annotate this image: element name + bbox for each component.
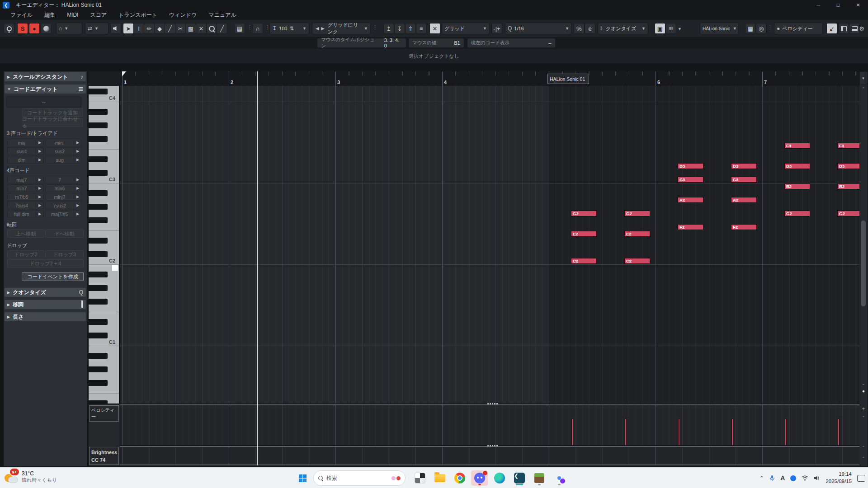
loop-icon[interactable]: ∩ bbox=[252, 23, 263, 34]
zoom-slider-dot[interactable]: ● bbox=[859, 389, 868, 394]
midi-note-F2[interactable]: F2 bbox=[678, 224, 703, 230]
info-field[interactable]: 現在のコード表示-- bbox=[467, 38, 555, 47]
project-cursor[interactable] bbox=[257, 71, 258, 465]
midi-note-E2[interactable]: E2 bbox=[571, 231, 597, 237]
lane-scroll-up-icon[interactable]: ⌃ bbox=[859, 416, 868, 420]
trim-tool-icon[interactable]: I bbox=[133, 23, 144, 34]
midi-note-G2[interactable]: G2 bbox=[571, 211, 597, 216]
mute-tool-icon[interactable]: ✕ bbox=[196, 23, 207, 34]
section-chord-edit[interactable]: ▼ コードエディット bbox=[5, 84, 86, 94]
speaker-icon[interactable] bbox=[110, 23, 121, 34]
midi-connector-icon[interactable]: ◎ bbox=[756, 23, 767, 34]
tetrad-chord-button-maj75[interactable]: maj7/#5▶ bbox=[45, 210, 82, 218]
tetrad-chord-button-min7[interactable]: min7▶ bbox=[7, 184, 44, 192]
move-down-button[interactable]: 下へ移動 bbox=[45, 230, 84, 238]
piano-key-A#0[interactable] bbox=[89, 353, 108, 359]
left-zone-icon[interactable] bbox=[838, 23, 849, 34]
line-tool-icon[interactable]: ╱ bbox=[217, 23, 227, 34]
midi-note-C3[interactable]: C3 bbox=[678, 177, 703, 183]
midi-note-D3[interactable]: D3 bbox=[784, 163, 810, 169]
piano-key-A#1[interactable] bbox=[89, 272, 108, 277]
length-quantize-dropdown[interactable]: L クオンタイズ ▼ bbox=[598, 23, 648, 34]
piano-key-F#0[interactable] bbox=[89, 380, 108, 386]
iterative-quantize-icon[interactable]: e bbox=[585, 23, 595, 34]
clock[interactable]: 19:14 2025/09/15 bbox=[826, 471, 852, 485]
event-colors-dropdown[interactable]: ● ベロシティー bbox=[774, 23, 823, 34]
tetrad-chord-button-min6[interactable]: min6▶ bbox=[45, 184, 82, 192]
velocity-stem[interactable] bbox=[731, 419, 733, 445]
scroll-down-icon[interactable]: ⌄ bbox=[859, 381, 868, 386]
create-chord-event-button[interactable]: コードイベントを作成 bbox=[22, 272, 84, 281]
length-link-grid-dropdown[interactable]: ◄► グリッドにリンク ▼ bbox=[312, 23, 371, 34]
piano-key-G#3[interactable] bbox=[89, 122, 108, 128]
piano-key-D#3[interactable] bbox=[89, 156, 108, 162]
midi-note-D3[interactable]: D3 bbox=[731, 163, 757, 169]
acoustic-feedback-icon[interactable] bbox=[41, 23, 52, 34]
tetrad-chord-button-fulldim[interactable]: full dim▶ bbox=[7, 210, 44, 218]
piano-key-D#2[interactable] bbox=[89, 238, 108, 244]
add-controller-lane-button[interactable]: + bbox=[859, 406, 868, 412]
open-in-lower-zone-icon[interactable]: ↙ bbox=[826, 23, 837, 34]
chord-play-icon[interactable]: ▶ bbox=[36, 141, 43, 145]
ime-mode-indicator[interactable]: A bbox=[780, 474, 785, 482]
vertical-scrollbar-thumb[interactable] bbox=[861, 221, 866, 306]
search-input[interactable]: 検索 bbox=[313, 470, 406, 486]
lane-resize-handle[interactable] bbox=[487, 403, 498, 404]
drum-map-icon[interactable]: ▦ bbox=[745, 23, 756, 34]
piano-key-D#0[interactable] bbox=[89, 400, 108, 404]
piano-key-C#1[interactable] bbox=[89, 333, 108, 338]
taskbar-app-sharex-icon[interactable] bbox=[411, 470, 429, 486]
menu-item-マニュアル[interactable]: マニュアル bbox=[203, 11, 242, 19]
wifi-icon[interactable] bbox=[802, 475, 808, 481]
midi-note-F2[interactable]: F2 bbox=[731, 224, 757, 230]
menu-item-ウィンドウ[interactable]: ウィンドウ bbox=[163, 11, 203, 19]
tetrad-chord-button-m7b5[interactable]: m7/b5▶ bbox=[7, 193, 44, 201]
solo-button[interactable]: S bbox=[17, 23, 28, 34]
volume-icon[interactable] bbox=[814, 475, 820, 481]
section-transpose[interactable]: ▶ 移調 bbox=[5, 300, 86, 309]
section-length[interactable]: ▶ 長さ bbox=[5, 312, 86, 321]
piano-key-C#3[interactable] bbox=[89, 170, 108, 176]
swing-icon[interactable]: ℅ bbox=[574, 23, 585, 34]
insert-velocity-value[interactable]: 100 bbox=[279, 26, 287, 31]
chord-play-icon[interactable]: ▶ bbox=[74, 186, 81, 190]
piano-key-F#2[interactable] bbox=[89, 217, 108, 223]
nudge-up-icon[interactable]: ↥ bbox=[383, 23, 394, 34]
menu-item-スコア[interactable]: スコア bbox=[84, 11, 113, 19]
piano-keyboard[interactable]: C4C3C2C1 bbox=[89, 86, 120, 404]
chevron-down-icon[interactable]: ▼ bbox=[678, 26, 682, 31]
hidden-icons-chevron[interactable]: ⌃ bbox=[759, 475, 764, 482]
midi-note-C2[interactable]: C2 bbox=[571, 258, 597, 264]
midi-note-D3[interactable]: D3 bbox=[678, 163, 703, 169]
midi-note-G2[interactable]: G2 bbox=[624, 211, 650, 216]
velocity-lane[interactable] bbox=[120, 404, 859, 445]
drop2-4-button[interactable]: ドロップ2 + 4 bbox=[7, 259, 84, 267]
grid-plusminus-icon[interactable]: -|+ bbox=[491, 23, 502, 34]
start-button[interactable] bbox=[295, 470, 310, 486]
velocity-stem[interactable] bbox=[838, 419, 840, 445]
chord-play-icon[interactable]: ▶ bbox=[36, 212, 43, 216]
chord-play-icon[interactable]: ▶ bbox=[36, 149, 43, 153]
drop2-button[interactable]: ドロップ2 bbox=[7, 250, 44, 258]
record-in-editor-button[interactable]: ● bbox=[29, 23, 40, 34]
menu-item-ファイル[interactable]: ファイル bbox=[5, 11, 38, 19]
lane-resize-handle[interactable] bbox=[487, 445, 498, 446]
taskbar-app-chrome-icon[interactable] bbox=[451, 470, 468, 486]
notification-center-icon[interactable] bbox=[857, 475, 865, 482]
triad-chord-button-sus4[interactable]: sus4▶ bbox=[7, 147, 44, 155]
part-mode-icon[interactable]: ▣ bbox=[655, 23, 665, 34]
chord-play-icon[interactable]: ▶ bbox=[36, 158, 43, 162]
menu-item-MIDI[interactable]: MIDI bbox=[61, 12, 84, 18]
velocity-stem[interactable] bbox=[625, 419, 627, 445]
controller-lane-selector[interactable]: Brightness CC 74 bbox=[89, 447, 119, 465]
midi-note-C2[interactable]: C2 bbox=[624, 258, 650, 264]
weather-widget[interactable]: 9+ 31°C 晴れ時々くもり bbox=[4, 469, 57, 484]
legato-icon[interactable]: ≡ bbox=[416, 23, 427, 34]
piano-key-D#1[interactable] bbox=[89, 319, 108, 325]
menu-item-編集[interactable]: 編集 bbox=[38, 11, 61, 19]
midi-note-A2[interactable]: A2 bbox=[678, 197, 703, 203]
tetrad-chord-button-7[interactable]: 7▶ bbox=[45, 176, 82, 183]
chord-play-icon[interactable]: ▶ bbox=[36, 178, 43, 182]
piano-key-G#1[interactable] bbox=[89, 285, 108, 291]
independent-loop-dropdown[interactable]: ⇄ ▼ bbox=[85, 23, 108, 34]
